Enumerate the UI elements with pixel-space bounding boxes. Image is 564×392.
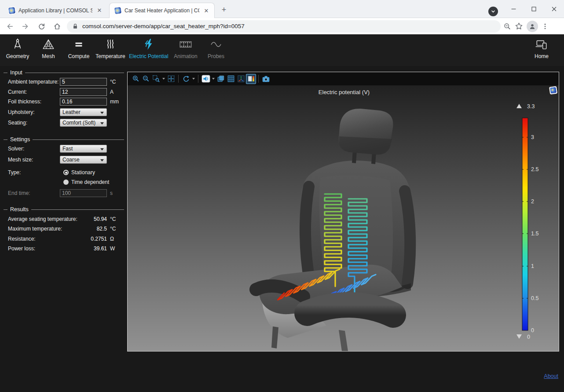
tab-title: Application Library | COMSOL Se [18, 7, 92, 14]
zoom-box-dropdown-caret[interactable] [161, 74, 166, 84]
end-time-label: End time: [8, 190, 30, 196]
zoom-in-button[interactable] [131, 74, 141, 84]
back-button[interactable] [4, 20, 16, 33]
zoom-box-button[interactable] [151, 74, 161, 84]
tick-label: 1 [531, 263, 534, 269]
graphics-panel: Electric potential (V) 3.3 3 2.5 [127, 72, 559, 352]
rotate-icon [182, 75, 190, 83]
forward-icon [22, 22, 29, 30]
animation-film-icon [179, 37, 193, 52]
zoom-in-icon [132, 75, 140, 83]
home-button-browser[interactable] [51, 20, 63, 33]
bookmark-star-icon[interactable] [515, 22, 523, 30]
radio-time-dependent[interactable] [63, 180, 69, 185]
ambient-temperature-label: Ambient temperature: [8, 79, 59, 85]
mesh-icon [42, 37, 55, 52]
radio-stationary[interactable] [63, 170, 69, 175]
tab-close-icon[interactable]: ✕ [203, 7, 210, 14]
browser-menu-icon[interactable] [542, 23, 549, 30]
ribbon-mesh-button[interactable]: Mesh [35, 37, 62, 64]
end-time-unit: s [110, 190, 113, 196]
seat-3d-render: Electric potential (V) 3.3 3 2.5 [128, 85, 559, 351]
current-input[interactable] [60, 88, 107, 96]
forward-button[interactable] [19, 20, 32, 33]
plot-canvas-3d[interactable]: Electric potential (V) 3.3 3 2.5 [128, 85, 559, 351]
minimize-button[interactable] [503, 2, 524, 16]
tick-label: 3 [531, 134, 534, 140]
ribbon-animation-button: Animation [170, 37, 201, 64]
seating-select[interactable]: Comfort (Soft) [60, 119, 107, 127]
rotate-dropdown-caret[interactable] [191, 74, 196, 84]
about-link[interactable]: About [544, 373, 558, 379]
color-legend-icon [247, 75, 255, 83]
toolbar-separator [178, 75, 179, 83]
scene-light-icon [217, 75, 225, 83]
ambient-temperature-input[interactable] [60, 78, 107, 86]
upholstery-select[interactable]: Leather [60, 108, 107, 116]
electric-potential-bolt-icon [142, 37, 155, 52]
comsol-favicon [8, 7, 15, 14]
ribbon-label: Home [535, 53, 549, 59]
default-view-button[interactable] [201, 74, 211, 84]
new-tab-button[interactable]: + [219, 5, 229, 15]
graphics-toolbar [128, 72, 559, 85]
foil-thickness-label: Foil thickness: [8, 99, 41, 105]
address-bar[interactable]: comsol.com/server-demo/app/car_seat_heat… [67, 20, 501, 33]
tab-close-icon[interactable]: ✕ [96, 7, 103, 14]
mesh-size-select[interactable]: Coarse [60, 156, 107, 164]
zoom-extents-button[interactable] [166, 74, 176, 84]
reload-button[interactable] [35, 20, 48, 33]
screenshot-button[interactable] [261, 74, 271, 84]
home-icon [53, 22, 61, 30]
back-icon [6, 22, 14, 30]
comsol-app: Geometry Mesh Compute Temperature Electr… [0, 34, 564, 392]
ribbon-label: Electric Potential [129, 53, 168, 59]
solver-label: Solver: [8, 146, 24, 152]
rotate-view-button[interactable] [181, 74, 191, 84]
type-label: Type: [8, 169, 21, 176]
zoom-out-button[interactable] [141, 74, 151, 84]
probes-wave-icon [209, 37, 223, 52]
default-view-dropdown-caret[interactable] [211, 74, 216, 84]
ribbon-compute-button[interactable]: Compute [65, 37, 93, 64]
maximize-button[interactable] [524, 2, 544, 16]
app-ribbon: Geometry Mesh Compute Temperature Electr… [0, 34, 564, 66]
geometry-icon [11, 37, 24, 52]
scene-light-button[interactable] [216, 74, 226, 84]
tick-label: 0.5 [531, 295, 538, 301]
solver-select[interactable]: Fast [60, 145, 107, 153]
section-input: Input [4, 70, 124, 76]
ribbon-temperature-button[interactable]: Temperature [92, 37, 129, 64]
tab-title: Car Seat Heater Application | CO [125, 7, 199, 14]
foil-thickness-unit: mm [110, 99, 119, 105]
ribbon-home-button[interactable]: Home [528, 37, 555, 64]
axis-orientation-button[interactable] [236, 74, 246, 84]
browser-chrome: Application Library | COMSOL Se ✕ Car Se… [0, 0, 564, 34]
person-icon [529, 23, 536, 30]
tick-label: 0 [531, 327, 534, 333]
radio-time-dependent-label: Time dependent [71, 179, 109, 185]
ribbon-electric-potential-button[interactable]: Electric Potential [125, 37, 173, 64]
result-value: 50.94 [60, 216, 107, 222]
ribbon-geometry-button[interactable]: Geometry [2, 37, 33, 64]
sidebar: Input Ambient temperature: °C Current: A… [0, 66, 127, 392]
result-unit: °C [110, 216, 116, 222]
tab-car-seat-heater[interactable]: Car Seat Heater Application | CO ✕ [109, 3, 215, 18]
home-devices-icon [535, 37, 549, 52]
chevron-down-circle-button[interactable] [488, 7, 498, 16]
tab-application-library[interactable]: Application Library | COMSOL Se ✕ [4, 3, 107, 18]
foil-thickness-input[interactable] [60, 98, 107, 106]
grid-button[interactable] [226, 74, 236, 84]
ambient-temperature-unit: °C [110, 79, 116, 85]
close-window-button[interactable] [544, 2, 564, 16]
toolbar-right [503, 21, 549, 32]
reload-icon [38, 22, 45, 30]
plot-title: Electric potential (V) [319, 89, 370, 95]
result-unit: Ω [110, 236, 114, 242]
zoom-indicator-icon[interactable] [503, 22, 511, 30]
profile-avatar[interactable] [527, 21, 538, 32]
tick-label: 2 [531, 198, 534, 205]
cushion-front-bolster [307, 305, 393, 315]
toolbar-separator [198, 75, 198, 83]
color-legend-button[interactable] [246, 74, 256, 84]
